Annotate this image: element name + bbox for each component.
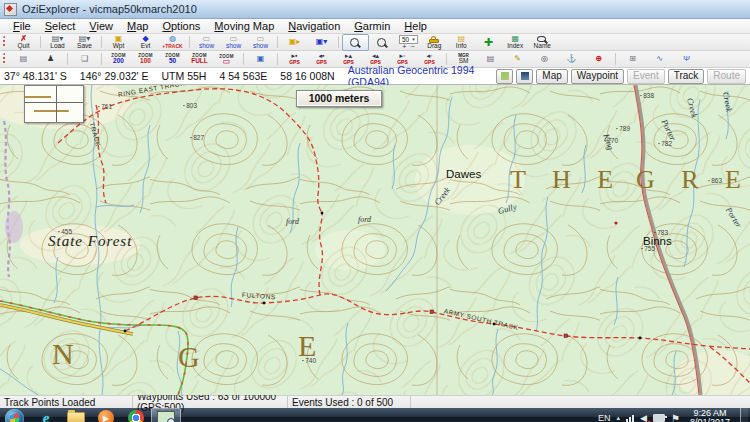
show-desktop-button[interactable]	[740, 408, 748, 422]
pan-control[interactable]: ✚	[475, 34, 502, 51]
toolbar-grip[interactable]	[3, 53, 7, 65]
gps-get-waypoints-button[interactable]: ◂▪ GPS	[308, 51, 335, 68]
menu-moving-map[interactable]: Moving Map	[207, 20, 281, 33]
taskbar-item-chrome[interactable]	[121, 408, 151, 422]
toolbar-grip[interactable]	[3, 36, 7, 48]
toolbar-icon	[350, 38, 359, 47]
zoom-100-button[interactable]: ZOOM 100	[132, 51, 159, 68]
screen-grab-button[interactable]: ▣	[247, 51, 274, 68]
separator[interactable]	[615, 53, 616, 65]
gps-send-waypoints-button[interactable]: ▸▪ GPS	[281, 51, 308, 68]
separator[interactable]	[243, 53, 244, 65]
save-button[interactable]: ▤▾ Save	[71, 34, 98, 51]
label-range-n: N	[52, 337, 74, 371]
map-mode-button[interactable]: Map	[536, 69, 567, 84]
route-show-button[interactable]: ▣▾	[308, 34, 335, 51]
windows-button[interactable]: ❏	[71, 51, 98, 68]
route-mode-button[interactable]: Route	[707, 69, 746, 84]
hidden-icons-button[interactable]: ▴	[617, 414, 621, 422]
separator[interactable]	[40, 36, 41, 48]
toolbar-icon: ⊕	[595, 55, 602, 63]
menu-navigation[interactable]: Navigation	[281, 20, 347, 33]
map-index-thumbnail[interactable]	[24, 85, 84, 123]
toolbar-icon: ▸▴	[345, 52, 352, 59]
toolbar-label: Wpt	[113, 43, 125, 50]
toolbar-icon: ◂▴	[372, 52, 379, 59]
route-editor-button[interactable]: ▣▸	[281, 34, 308, 51]
zoom-50-button[interactable]: ZOOM 50	[159, 51, 186, 68]
taskbar-item-internet-explorer[interactable]: e	[31, 408, 61, 422]
taskbar-item-oziexplorer[interactable]	[151, 408, 181, 422]
longitude-readout: 146° 29.032' E	[80, 70, 149, 82]
utm-northing-readout: 58 16 008N	[280, 70, 334, 82]
mob-button[interactable]: ⊕	[585, 51, 612, 68]
spot-height: 789	[616, 125, 630, 132]
toolbar-icon	[429, 39, 439, 44]
menu-file[interactable]: File	[6, 20, 38, 33]
separator[interactable]	[277, 53, 278, 65]
profile-button[interactable]: ∿	[646, 51, 673, 68]
user-position-button[interactable]: ♟	[37, 51, 64, 68]
separator[interactable]	[101, 36, 102, 48]
menu-map[interactable]: Map	[120, 20, 155, 33]
track-draw-button[interactable]: ✎	[504, 51, 531, 68]
latitude-readout: 37° 48.131' S	[4, 70, 67, 82]
name-search-button[interactable]: Name	[529, 34, 556, 51]
separator[interactable]	[67, 53, 68, 65]
title-bar[interactable]: OziExplorer - vicmap50kmarch2010	[0, 0, 750, 19]
menu-options[interactable]: Options	[155, 20, 207, 33]
start-button[interactable]	[5, 409, 24, 422]
waypoint-mode-button[interactable]: Waypoint	[571, 69, 624, 84]
position-button[interactable]: ◎	[531, 51, 558, 68]
zoom-in-button[interactable]: +	[402, 44, 406, 50]
taskbar-item-explorer[interactable]	[61, 408, 91, 422]
toolbar-label: show	[253, 43, 268, 50]
taskbar-clock[interactable]: 9:26 AM 8/01/2017	[686, 409, 734, 422]
taskbar-item-media-player[interactable]: ▶	[91, 408, 121, 422]
save-view-button[interactable]	[516, 69, 533, 84]
event-button[interactable]: ◆ Evt	[132, 34, 159, 51]
language-indicator[interactable]: EN	[598, 413, 611, 422]
drag-map-button[interactable]: Drag	[421, 34, 448, 51]
zoom-rect-button[interactable]: ZOOM ▭	[213, 51, 240, 68]
label-army-south-track: ARMY SOUTH TRACK	[443, 307, 519, 331]
show-tracks-toggle[interactable]: ▭ show	[247, 34, 274, 51]
zoom-out-button[interactable]: −	[410, 44, 414, 50]
magnify-button[interactable]	[369, 34, 396, 51]
show-waypoints-toggle[interactable]: ▭ show	[193, 34, 220, 51]
menu-garmin[interactable]: Garmin	[347, 20, 397, 33]
map-thumbnail-button[interactable]	[496, 69, 513, 84]
toolbar-icon: ♟	[47, 55, 54, 63]
zoom-full-button[interactable]: ZOOM FULL	[186, 51, 213, 68]
load-button[interactable]: ▤▾ Load	[44, 34, 71, 51]
map-info-button[interactable]: ▤ Info	[448, 34, 475, 51]
event-mode-button[interactable]: Event	[627, 69, 665, 84]
spot-height: 740	[302, 357, 316, 364]
separator[interactable]	[101, 53, 102, 65]
separator[interactable]	[189, 36, 190, 48]
zoom-200-button[interactable]: ZOOM 200	[105, 51, 132, 68]
map-canvas[interactable]: State ForestDawesCreekGullyBinnsPorterCr…	[0, 85, 750, 395]
projection-button[interactable]: ▤	[10, 51, 37, 68]
battery-icon[interactable]	[653, 414, 665, 422]
menu-view[interactable]: View	[82, 20, 120, 33]
menu-select[interactable]: Select	[38, 20, 83, 33]
separator[interactable]	[338, 36, 339, 48]
waypoint-button[interactable]: ▣ Wpt	[105, 34, 132, 51]
menu-help[interactable]: Help	[397, 20, 434, 33]
create-track-button[interactable]: ◍ +TRACK	[159, 34, 186, 51]
separator[interactable]	[277, 36, 278, 48]
quit-button[interactable]: ✗ Quit	[10, 34, 37, 51]
show-events-toggle[interactable]: ▭ show	[220, 34, 247, 51]
track-mode-button[interactable]: Track	[668, 69, 705, 84]
magnetic-button[interactable]: ⊞	[619, 51, 646, 68]
anchor-alarm-button[interactable]: ⚓	[558, 51, 585, 68]
network-icon[interactable]	[626, 415, 634, 422]
zoom-window-button[interactable]	[342, 34, 369, 51]
status-waypoints: Waypoints Used : 63 of 100000 (GPS:500)	[133, 396, 288, 408]
map-index-button[interactable]: ▦ Index	[502, 34, 529, 51]
map-scale-indicator[interactable]: 1000 meters	[296, 90, 382, 107]
action-center-flag-icon[interactable]: ⚑	[671, 413, 680, 422]
volume-muted-icon[interactable]: ◀	[640, 413, 647, 422]
antenna-button[interactable]: Ψ	[673, 51, 700, 68]
